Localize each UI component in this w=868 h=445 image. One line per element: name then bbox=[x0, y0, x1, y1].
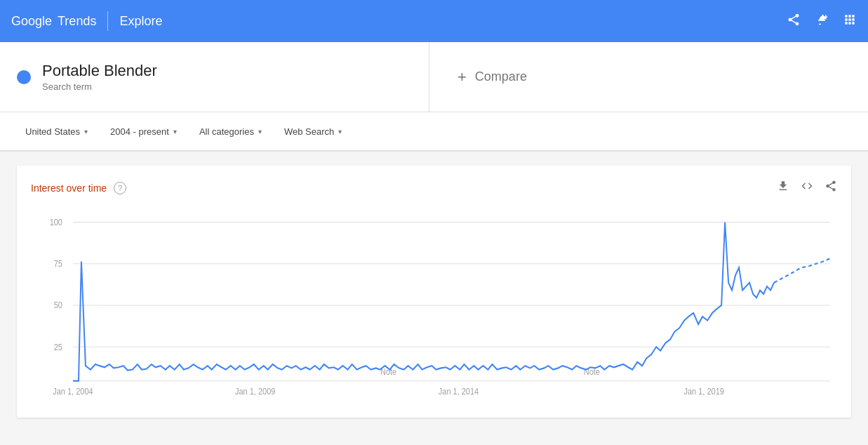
search-term-area: Portable Blender Search term bbox=[0, 42, 429, 112]
category-chevron-icon: ▾ bbox=[258, 128, 262, 135]
time-range-label: 2004 - present bbox=[110, 126, 169, 137]
search-term-type: Search term bbox=[42, 81, 157, 92]
chart-title: Interest over time bbox=[31, 182, 107, 194]
chart-actions bbox=[777, 180, 837, 196]
compare-area[interactable]: + Compare bbox=[429, 42, 868, 112]
compare-label: Compare bbox=[475, 69, 527, 84]
help-icon[interactable]: ? bbox=[114, 182, 126, 194]
header-divider bbox=[107, 11, 108, 31]
search-section: Portable Blender Search term + Compare bbox=[0, 42, 868, 112]
chart-share-icon[interactable] bbox=[824, 180, 837, 196]
search-type-filter[interactable]: Web Search ▾ bbox=[276, 122, 350, 141]
y-label-100: 100 bbox=[50, 218, 62, 226]
y-label-25: 25 bbox=[54, 343, 62, 351]
trend-line-dotted bbox=[774, 258, 830, 282]
x-label-2009: Jan 1, 2009 bbox=[235, 387, 275, 396]
app-header: Google Trends Explore bbox=[0, 0, 868, 42]
y-label-50: 50 bbox=[54, 301, 62, 310]
embed-code-icon[interactable] bbox=[801, 180, 813, 196]
search-term-text: Portable Blender Search term bbox=[42, 62, 157, 92]
x-label-2019: Jan 1, 2019 bbox=[683, 387, 723, 396]
download-icon[interactable] bbox=[777, 180, 789, 196]
search-term: Portable Blender bbox=[42, 62, 157, 80]
chart-container: 100 75 50 25 Jan 1, 2004 Jan 1, 2009 Jan… bbox=[31, 207, 837, 404]
explore-label: Explore bbox=[119, 14, 162, 29]
category-label: All categories bbox=[199, 126, 254, 137]
chart-section: Interest over time ? 100 75 bbox=[17, 166, 851, 418]
google-wordmark: Google bbox=[11, 14, 52, 29]
time-range-filter[interactable]: 2004 - present ▾ bbox=[102, 122, 185, 141]
location-filter[interactable]: United States ▾ bbox=[17, 122, 96, 141]
filter-bar: United States ▾ 2004 - present ▾ All cat… bbox=[0, 112, 868, 152]
notification-icon[interactable] bbox=[815, 13, 829, 30]
apps-icon[interactable] bbox=[843, 13, 857, 30]
chart-header: Interest over time ? bbox=[31, 180, 837, 196]
location-label: United States bbox=[25, 126, 80, 137]
chart-title-area: Interest over time ? bbox=[31, 182, 126, 194]
category-filter[interactable]: All categories ▾ bbox=[191, 122, 270, 141]
x-label-2014: Jan 1, 2014 bbox=[439, 387, 479, 396]
search-dot bbox=[17, 70, 31, 84]
header-icons bbox=[787, 13, 857, 30]
location-chevron-icon: ▾ bbox=[84, 128, 88, 135]
logo: Google Trends bbox=[11, 14, 96, 29]
interest-over-time-chart: 100 75 50 25 Jan 1, 2004 Jan 1, 2009 Jan… bbox=[31, 207, 837, 404]
trends-wordmark: Trends bbox=[58, 14, 96, 29]
x-label-2004: Jan 1, 2004 bbox=[53, 387, 93, 396]
search-type-chevron-icon: ▾ bbox=[338, 128, 342, 135]
y-label-75: 75 bbox=[54, 260, 62, 268]
share-icon[interactable] bbox=[787, 13, 801, 30]
trend-line bbox=[73, 222, 774, 381]
compare-plus-icon: + bbox=[458, 68, 467, 86]
search-type-label: Web Search bbox=[284, 126, 334, 137]
time-range-chevron-icon: ▾ bbox=[173, 128, 177, 135]
